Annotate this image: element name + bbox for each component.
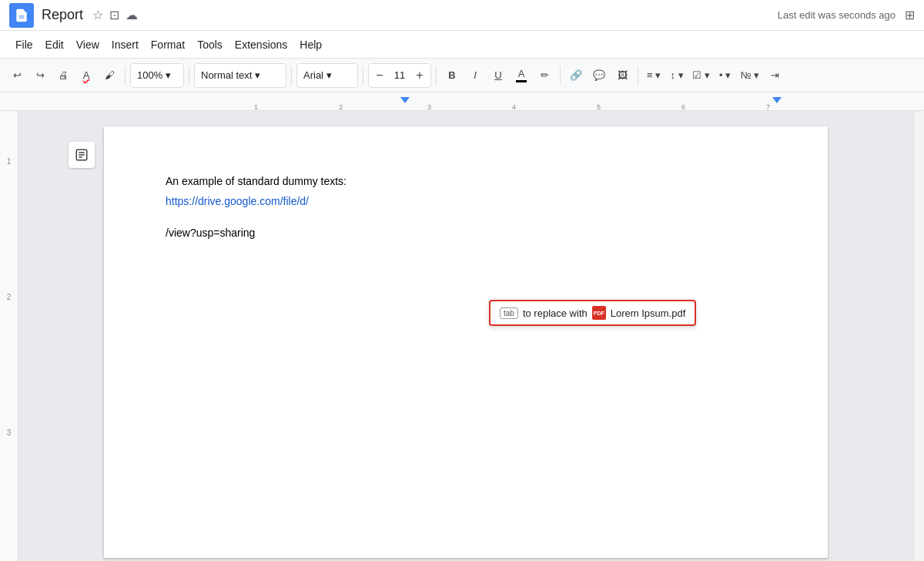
doc-icon	[9, 3, 34, 28]
right-scrollbar[interactable]	[913, 111, 924, 561]
undo-button[interactable]: ↩	[6, 63, 28, 88]
left-margin: 1 2 3	[0, 111, 18, 561]
tab-badge: tab	[500, 307, 518, 319]
bullet-button[interactable]: • ▾	[715, 63, 736, 88]
divider-5	[436, 66, 437, 85]
checklist-button[interactable]: ☑ ▾	[689, 63, 713, 88]
doc-title: Report	[42, 7, 83, 23]
divider-4	[363, 66, 363, 85]
bold-button[interactable]: B	[441, 63, 463, 88]
font-value: Arial	[303, 69, 323, 81]
ruler-inner: 1 2 3 4 5 6 7	[162, 92, 893, 111]
numbered-button[interactable]: № ▾	[738, 63, 763, 88]
indent-button[interactable]: ⇥	[764, 63, 785, 88]
margin-num-3: 3	[7, 428, 12, 437]
doc-content: An example of standard dummy texts: http…	[166, 173, 766, 241]
style-select[interactable]: Normal text ▾	[194, 63, 286, 88]
ruler-arrow-right[interactable]	[772, 97, 782, 103]
style-arrow: ▾	[255, 69, 260, 81]
ruler-mark-6: 6	[681, 103, 685, 111]
suggestion-popup: tab to replace with PDF Lorem Ipsum.pdf	[489, 300, 696, 326]
cloud-icon[interactable]: ☁	[126, 8, 138, 22]
ruler-mark-7: 7	[766, 103, 770, 111]
doc-line-2: https://drive.google.com/file/d/	[166, 193, 766, 210]
italic-button[interactable]: I	[464, 63, 486, 88]
last-edit-label: Last edit was seconds ago	[778, 9, 896, 21]
star-icon[interactable]: ☆	[92, 8, 103, 22]
print-button[interactable]: 🖨	[52, 63, 74, 88]
divider-6	[560, 66, 561, 85]
view-icon[interactable]: ⊞	[905, 8, 915, 22]
link-button[interactable]: 🔗	[565, 63, 587, 88]
ruler-mark-5: 5	[597, 103, 601, 111]
ruler-mark-2: 2	[339, 103, 343, 111]
image-button[interactable]: 🖼	[611, 63, 633, 88]
menu-bar: File Edit View Insert Format Tools Exten…	[0, 31, 924, 59]
menu-format[interactable]: Format	[145, 35, 191, 54]
menu-edit[interactable]: Edit	[39, 35, 70, 54]
divider-2	[189, 66, 189, 85]
ruler-mark-1: 1	[254, 103, 258, 111]
highlight-button[interactable]: ✏	[534, 63, 555, 88]
zoom-select[interactable]: 100% ▾	[130, 63, 184, 88]
menu-tools[interactable]: Tools	[191, 35, 229, 54]
margin-num-2: 2	[7, 293, 12, 301]
align-button[interactable]: ≡ ▾	[643, 63, 665, 88]
zoom-value: 100%	[137, 69, 162, 81]
pdf-icon: PDF	[592, 306, 606, 320]
menu-help[interactable]: Help	[293, 35, 328, 54]
underline-button[interactable]: U	[487, 63, 509, 88]
font-select[interactable]: Arial ▾	[296, 63, 358, 88]
font-size-minus[interactable]: −	[369, 63, 390, 88]
font-size-plus[interactable]: +	[409, 63, 430, 88]
menu-view[interactable]: View	[70, 35, 105, 54]
main-area: 1 2 3 An example of standard dummy texts…	[0, 111, 924, 561]
line-spacing-button[interactable]: ↕ ▾	[666, 63, 688, 88]
menu-extensions[interactable]: Extensions	[229, 35, 293, 54]
margin-num-1: 1	[7, 157, 12, 166]
ruler: 1 2 3 4 5 6 7	[0, 92, 924, 111]
scroll-area[interactable]: An example of standard dummy texts: http…	[18, 111, 913, 561]
ruler-mark-3: 3	[427, 103, 431, 111]
font-size-box: − 11 +	[368, 63, 431, 88]
paint-format-button[interactable]: 🖌	[99, 63, 120, 88]
font-color-button[interactable]: A	[511, 63, 532, 88]
doc-line-1: An example of standard dummy texts:	[166, 173, 766, 190]
font-arrow: ▾	[326, 69, 332, 81]
outline-icon[interactable]	[69, 142, 95, 168]
zoom-arrow: ▾	[166, 69, 171, 81]
comment-button[interactable]: 💬	[588, 63, 610, 88]
divider-7	[638, 66, 638, 85]
move-icon[interactable]: ⊡	[109, 8, 119, 22]
toolbar: ↩ ↪ 🖨 A 🖌 100% ▾ Normal text ▾ Arial ▾ −…	[0, 59, 924, 92]
style-value: Normal text	[201, 69, 252, 81]
font-size-value: 11	[390, 69, 409, 81]
replace-text: to replace with	[523, 307, 588, 319]
document-page[interactable]: An example of standard dummy texts: http…	[104, 126, 828, 558]
font-color-indicator: A	[516, 68, 527, 82]
menu-file[interactable]: File	[9, 35, 39, 54]
divider-1	[125, 66, 126, 85]
spellcheck-button[interactable]: A	[75, 63, 97, 88]
divider-3	[291, 66, 292, 85]
suggestion-filename: Lorem Ipsum.pdf	[611, 307, 686, 319]
ruler-arrow-left[interactable]	[400, 97, 410, 103]
doc-line-3: /view?usp=sharing	[166, 224, 766, 241]
title-bar: Report ☆ ⊡ ☁ Last edit was seconds ago ⊞	[0, 0, 924, 31]
menu-insert[interactable]: Insert	[105, 35, 145, 54]
redo-button[interactable]: ↪	[29, 63, 51, 88]
ruler-mark-4: 4	[512, 103, 516, 111]
